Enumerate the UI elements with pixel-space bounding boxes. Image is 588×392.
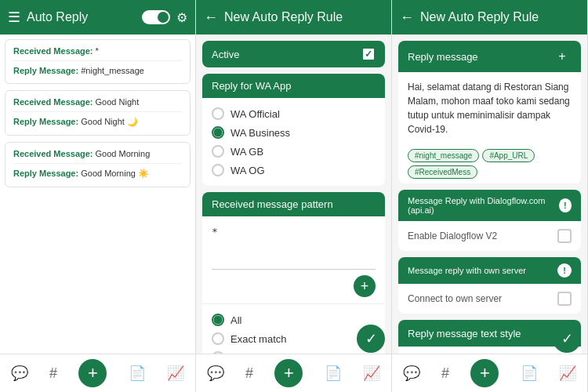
radio-label: WA Business	[230, 127, 290, 139]
nav-monitor-icon[interactable]: 📄	[129, 365, 146, 382]
radio-label: WA GB	[230, 146, 263, 158]
received-label: Received Message: Good Night	[13, 97, 182, 107]
own-server-label: Message reply with own server	[408, 266, 526, 275]
panel2-content: Active Reply for WA App WA Official WA B…	[196, 34, 391, 354]
panel1-title: Auto Reply	[27, 10, 136, 24]
pattern-header: Received message pattern	[202, 192, 385, 216]
radio-label: WA Official	[230, 108, 280, 120]
dialogflow-card: Message Reply with Dialogflow.com (api.a…	[398, 190, 581, 251]
radio-circle	[212, 164, 224, 176]
panel2-title: New Auto Reply Rule	[224, 10, 383, 24]
reply-tag[interactable]: #night_message	[408, 149, 479, 162]
reply-message-card: Reply message + Hai, selamat datang di R…	[398, 41, 581, 183]
dialogflow-info-icon[interactable]: !	[559, 198, 572, 212]
panel2-header: ← New Auto Reply Rule	[196, 0, 391, 34]
dialogflow-inner: Enable Dialogflow V2	[398, 221, 581, 251]
panel3-title: New Auto Reply Rule	[420, 10, 579, 24]
reply-tag[interactable]: #ReceivedMess	[408, 165, 477, 179]
wa-option[interactable]: WA OG	[212, 161, 376, 180]
panel3-content: Reply message + Hai, selamat datang di R…	[392, 34, 587, 354]
nav-hash-icon[interactable]: #	[49, 365, 57, 382]
wa-app-header: Reply for WA App	[202, 74, 385, 98]
panel3-back-icon[interactable]: ←	[400, 9, 414, 26]
panel2-done-button[interactable]: ✓	[357, 325, 385, 353]
reply-message-label: Reply message	[408, 51, 478, 63]
nav-chat-icon[interactable]: 💬	[11, 365, 28, 382]
reply-text: Hai, selamat datang di Restoran Siang Ma…	[408, 80, 572, 136]
panel-reply-config: ← New Auto Reply Rule Reply message + Ha…	[392, 0, 588, 392]
nav3-monitor-icon[interactable]: 📄	[521, 365, 538, 382]
nav2-chart-icon[interactable]: 📈	[363, 365, 380, 382]
nav3-chart-icon[interactable]: 📈	[559, 365, 576, 382]
panel3-done-button[interactable]: ✓	[553, 325, 581, 353]
nav3-chat-icon[interactable]: 💬	[403, 365, 420, 382]
active-checkbox[interactable]	[361, 47, 376, 61]
enable-dialogflow-checkbox[interactable]	[557, 229, 572, 243]
panel-auto-reply: ☰ Auto Reply ⚙ Received Message: * Reply…	[0, 0, 196, 392]
panel2-bottom-nav: 💬 # + 📄 📈	[196, 354, 391, 392]
nav2-add-button[interactable]: +	[274, 359, 303, 387]
wa-option[interactable]: WA Official	[212, 104, 376, 123]
tag-row: #night_message#App_URL#ReceivedMess	[398, 144, 581, 183]
wa-app-card: Reply for WA App WA Official WA Business…	[202, 74, 385, 186]
radio-circle	[212, 107, 224, 120]
enable-dialogflow-label: Enable Dialogflow V2	[408, 230, 497, 241]
pattern-label: Received message pattern	[212, 198, 333, 210]
pattern-card: Received message pattern * + All Exact m…	[202, 192, 385, 354]
own-server-card: Message reply with own server ! Connect …	[398, 257, 581, 314]
panel3-bottom-nav: 💬 # + 📄 📈	[392, 354, 587, 392]
nav3-hash-icon[interactable]: #	[441, 365, 449, 382]
connect-server-label: Connect to own server	[408, 293, 502, 304]
active-card: Active	[202, 41, 385, 67]
pattern-area: * +	[202, 216, 385, 303]
nav2-monitor-icon[interactable]: 📄	[325, 365, 342, 382]
active-header: Active	[202, 41, 385, 67]
message-card[interactable]: Received Message: * Reply Message: #nigh…	[5, 39, 191, 84]
nav-add-button[interactable]: +	[78, 359, 107, 387]
nav-chart-icon[interactable]: 📈	[167, 365, 184, 382]
hamburger-icon[interactable]: ☰	[8, 9, 20, 26]
message-card[interactable]: Received Message: Good Night Reply Messa…	[5, 90, 191, 136]
match-option[interactable]: Contain	[212, 348, 376, 354]
active-label: Active	[212, 49, 239, 60]
pattern-add-button[interactable]: +	[354, 275, 376, 297]
reply-label: Reply Message: Good Night 🌙	[13, 117, 182, 127]
toggle-switch[interactable]	[142, 10, 170, 24]
panel1-header: ☰ Auto Reply ⚙	[0, 0, 195, 34]
connect-server-row: Connect to own server	[408, 289, 572, 309]
reply-add-button[interactable]: +	[553, 47, 572, 66]
wa-app-label: Reply for WA App	[212, 80, 291, 92]
match-radio-circle	[212, 332, 224, 345]
wa-options: WA Official WA Business WA GB WA OG	[202, 98, 385, 186]
dialogflow-header: Message Reply with Dialogflow.com (api.a…	[398, 190, 581, 221]
settings-icon[interactable]: ⚙	[176, 10, 187, 25]
reply-label: Reply Message: Good Morning ☀️	[13, 169, 182, 179]
nav3-add-button[interactable]: +	[470, 359, 499, 387]
back-icon[interactable]: ←	[204, 9, 218, 26]
own-server-inner: Connect to own server	[398, 284, 581, 314]
message-card[interactable]: Received Message: Good Morning Reply Mes…	[5, 142, 191, 187]
received-label: Received Message: Good Morning	[13, 149, 182, 158]
panel1-bottom-nav: 💬 # + 📄 📈	[0, 354, 195, 392]
radio-circle	[212, 145, 224, 158]
dialogflow-label: Message Reply with Dialogflow.com (api.a…	[408, 196, 559, 215]
nav2-hash-icon[interactable]: #	[245, 365, 253, 382]
match-option[interactable]: Exact match	[212, 329, 376, 348]
messages-list: Received Message: * Reply Message: #nigh…	[0, 34, 195, 354]
panel3-header: ← New Auto Reply Rule	[392, 0, 587, 34]
reply-tag[interactable]: #App_URL	[482, 149, 535, 162]
text-style-inner: Auto Reply	[398, 347, 581, 354]
own-server-info-icon[interactable]: !	[557, 263, 572, 278]
nav2-chat-icon[interactable]: 💬	[207, 365, 224, 382]
radio-label: WA OG	[230, 165, 265, 176]
match-radio-label: Exact match	[230, 333, 287, 345]
match-option[interactable]: All	[212, 310, 376, 329]
pattern-input[interactable]: *	[212, 223, 376, 270]
wa-option[interactable]: WA GB	[212, 142, 376, 161]
text-style-label: Reply message text style	[408, 328, 521, 339]
panel-new-rule: ← New Auto Reply Rule Active Reply for W…	[196, 0, 392, 392]
wa-option[interactable]: WA Business	[212, 123, 376, 142]
connect-server-checkbox[interactable]	[557, 292, 572, 306]
received-label: Received Message: *	[13, 46, 182, 56]
match-options: All Exact match Contain Start with End w…	[202, 304, 385, 354]
